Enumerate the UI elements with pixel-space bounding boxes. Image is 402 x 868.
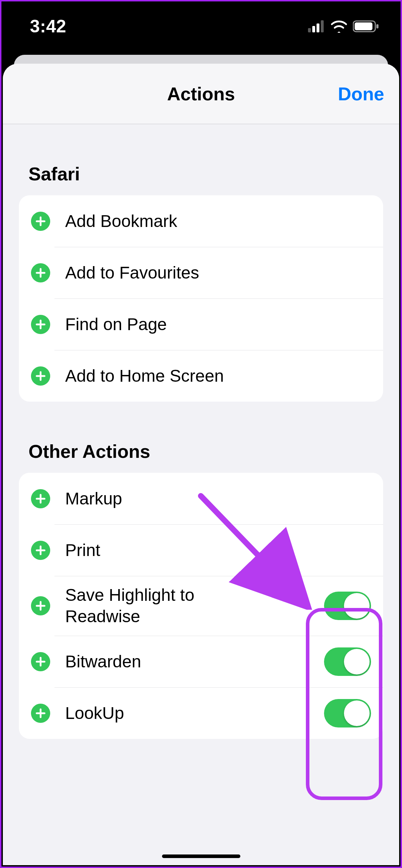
battery-icon [353, 20, 379, 33]
row-find-on-page[interactable]: Find on Page [19, 298, 383, 350]
row-bitwarden[interactable]: Bitwarden [19, 636, 383, 687]
row-label: Bitwarden [65, 651, 265, 672]
home-indicator[interactable] [162, 854, 240, 858]
svg-rect-1 [312, 26, 315, 32]
sheet-content[interactable]: Safari Add Bookmark Add to Favourites Fi… [3, 124, 399, 760]
sheet-header: Actions Done [3, 64, 399, 124]
group-safari: Add Bookmark Add to Favourites Find on P… [19, 195, 383, 402]
svg-rect-2 [317, 23, 319, 32]
wifi-icon [330, 20, 348, 33]
plus-icon[interactable] [31, 704, 50, 723]
row-label: Add to Home Screen [65, 365, 265, 387]
toggle-lookup[interactable] [324, 699, 371, 727]
row-lookup[interactable]: LookUp [19, 687, 383, 739]
plus-icon[interactable] [31, 541, 50, 560]
row-label: Markup [65, 488, 265, 509]
actions-sheet: Actions Done Safari Add Bookmark Add to … [3, 64, 399, 865]
plus-icon[interactable] [31, 366, 50, 386]
section-header-safari: Safari [3, 124, 399, 195]
plus-icon[interactable] [31, 263, 50, 282]
row-save-highlight-readwise[interactable]: Save Highlight to Readwise [19, 576, 383, 636]
toggle-readwise[interactable] [324, 592, 371, 620]
row-label: Print [65, 540, 265, 561]
status-bar: 3:42 [1, 1, 401, 51]
toggle-bitwarden[interactable] [324, 647, 371, 676]
section-header-other: Other Actions [3, 402, 399, 473]
plus-icon[interactable] [31, 315, 50, 334]
plus-icon[interactable] [31, 596, 50, 615]
row-markup[interactable]: Markup [19, 473, 383, 524]
row-add-favourites[interactable]: Add to Favourites [19, 247, 383, 298]
status-icons [308, 20, 379, 33]
plus-icon[interactable] [31, 489, 50, 508]
group-other: Markup Print Save Highlight to Readwise [19, 473, 383, 739]
svg-rect-3 [321, 20, 324, 32]
row-label: Find on Page [65, 314, 265, 335]
plus-icon[interactable] [31, 652, 50, 671]
row-label: Add Bookmark [65, 211, 265, 232]
svg-rect-6 [376, 24, 378, 28]
row-label: LookUp [65, 703, 265, 724]
done-button[interactable]: Done [338, 83, 384, 105]
svg-rect-5 [355, 22, 372, 30]
cellular-icon [308, 20, 325, 32]
svg-rect-0 [308, 28, 311, 32]
status-time: 3:42 [30, 16, 66, 37]
row-add-home-screen[interactable]: Add to Home Screen [19, 350, 383, 402]
row-add-bookmark[interactable]: Add Bookmark [19, 195, 383, 247]
row-print[interactable]: Print [19, 524, 383, 576]
plus-icon[interactable] [31, 212, 50, 231]
row-label: Add to Favourites [65, 262, 265, 284]
row-label: Save Highlight to Readwise [65, 584, 265, 627]
